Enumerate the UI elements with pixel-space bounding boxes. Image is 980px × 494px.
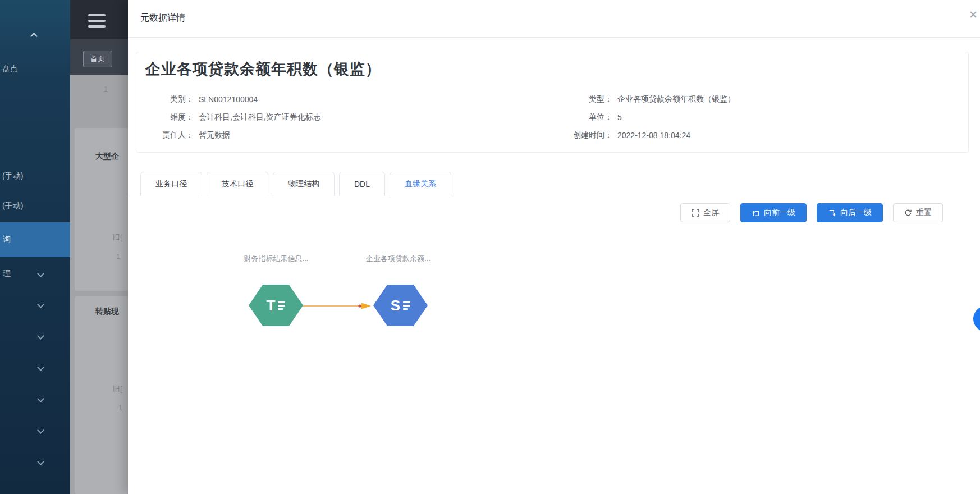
background-page-strip: 首页 1 大型企 旧[ 1 转贴现 旧[ 1 (70, 0, 128, 494)
lineage-edge-arrow (303, 301, 374, 310)
sidebar-item-manual-1[interactable]: (手动) (2, 171, 23, 181)
background-text-fragment: 1 (116, 253, 120, 260)
drawer-title: 元数据详情 (140, 12, 185, 24)
drawer-header: 元数据详情 ✕ (128, 0, 980, 38)
field-unit: 单位： 5 (562, 108, 735, 126)
field-value: SLN0012100004 (199, 95, 258, 104)
forward-level-button[interactable]: 向前一级 (740, 203, 807, 222)
metadata-fields-right: 类型： 企业各项贷款余额年积数（银监） 单位： 5 创建时间： 2022-12-… (562, 90, 735, 144)
lineage-node-target[interactable]: S (373, 285, 428, 326)
field-label: 维度： (145, 112, 194, 122)
chevron-down-icon[interactable] (37, 458, 44, 465)
background-text-fragment: 大型企 (95, 152, 119, 162)
metadata-fields-left: 类别： SLN0012100004 维度： 会计科目,会计科目,资产证券化标志 … (145, 90, 321, 144)
background-text-fragment: 1 (104, 85, 108, 93)
backward-level-button[interactable]: 向后一级 (817, 203, 883, 222)
background-text-fragment: 转贴现 (95, 307, 119, 317)
field-label: 单位： (562, 112, 612, 122)
background-text-fragment: 1 (118, 404, 122, 412)
sidebar-item-active[interactable]: 询 (0, 222, 70, 257)
field-value: 2022-12-08 18:04:24 (617, 131, 690, 140)
tab-lineage[interactable]: 血缘关系 (390, 172, 451, 196)
sidebar-item-manual-2[interactable]: (手动) (2, 201, 23, 211)
level-down-icon (828, 209, 836, 217)
tab-business-caliber[interactable]: 业务口径 (140, 172, 202, 196)
field-type: 类型： 企业各项贷款余额年积数（银监） (562, 90, 735, 108)
reset-label: 重置 (916, 208, 932, 218)
tab-ddl[interactable]: DDL (339, 172, 385, 196)
field-value: 企业各项贷款余额年积数（银监） (617, 94, 735, 104)
tab-technical-caliber[interactable]: 技术口径 (207, 172, 268, 196)
table-lines-icon (403, 300, 410, 312)
lineage-node-source[interactable]: T (249, 285, 303, 326)
chevron-down-icon[interactable] (37, 395, 44, 402)
fullscreen-icon (692, 209, 699, 217)
field-label: 责任人： (145, 130, 194, 140)
fullscreen-button[interactable]: 全屏 (680, 203, 730, 222)
page-tabbar: 首页 (70, 39, 128, 75)
metadata-detail-drawer: 元数据详情 ✕ 企业各项贷款余额年积数（银监） 类别： SLN001210000… (128, 0, 980, 494)
reset-icon (904, 209, 912, 217)
field-label: 创建时间： (562, 130, 612, 140)
reset-button[interactable]: 重置 (893, 203, 943, 222)
forward-level-label: 向前一级 (764, 208, 795, 218)
tab-home[interactable]: 首页 (83, 51, 112, 67)
backward-level-label: 向后一级 (840, 208, 872, 218)
background-card (75, 296, 128, 494)
field-created-time: 创建时间： 2022-12-08 18:04:24 (562, 126, 735, 144)
chevron-down-icon[interactable] (37, 332, 44, 340)
menu-toggle-icon[interactable] (88, 14, 106, 31)
node-glyph: T (267, 298, 276, 313)
background-text-fragment: 旧[ (113, 232, 122, 243)
chevron-down-icon[interactable] (37, 427, 44, 434)
close-icon[interactable]: ✕ (969, 10, 978, 20)
background-text-fragment: 旧[ (113, 384, 122, 394)
chevron-down-icon[interactable] (37, 364, 44, 371)
fullscreen-label: 全屏 (703, 208, 719, 218)
lineage-node-label: 财务指标结果信息... (231, 254, 321, 264)
tab-physical-structure[interactable]: 物理结构 (273, 172, 335, 196)
sidebar-item-li[interactable]: 理 (3, 269, 11, 279)
metadata-name: 企业各项贷款余额年积数（银监） (145, 59, 381, 79)
lineage-node-label: 企业各项贷款余额... (349, 254, 447, 264)
sidebar-item-pandian[interactable]: 盘点 (2, 64, 18, 74)
field-value: 会计科目,会计科目,资产证券化标志 (199, 112, 321, 122)
chevron-down-icon[interactable] (37, 301, 44, 308)
chevron-down-icon[interactable] (37, 270, 44, 277)
field-dimension: 维度： 会计科目,会计科目,资产证券化标志 (145, 108, 321, 126)
field-owner: 责任人： 暂无数据 (145, 126, 321, 144)
table-lines-icon (278, 300, 285, 312)
app-header (70, 0, 128, 39)
detail-tabs: 业务口径 技术口径 物理结构 DDL 血缘关系 (128, 172, 980, 196)
field-label: 类别： (145, 94, 194, 104)
field-value: 暂无数据 (199, 130, 230, 140)
node-glyph: S (391, 298, 400, 313)
lineage-toolbar: 全屏 向前一级 向后一级 重置 (680, 203, 943, 222)
field-label: 类型： (562, 94, 612, 104)
chevron-up-icon[interactable] (30, 33, 38, 40)
field-category: 类别： SLN0012100004 (145, 90, 321, 108)
metadata-summary-card: 企业各项贷款余额年积数（银监） 类别： SLN0012100004 维度： 会计… (136, 52, 969, 153)
field-value: 5 (617, 113, 622, 122)
metadata-detail-page: 盘点 (手动) (手动) 询 理 首页 1 大型企 旧[ 1 转贴现 旧[ 1 … (0, 0, 980, 494)
sidebar: 盘点 (手动) (手动) 询 理 (0, 0, 70, 494)
level-up-icon (752, 209, 760, 217)
